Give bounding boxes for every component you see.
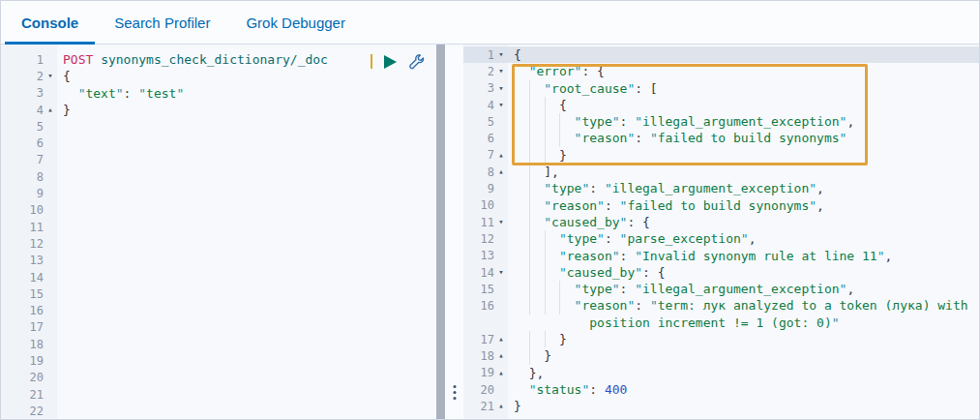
indent-guides: [529, 180, 545, 196]
splitter-handle-icon[interactable]: [453, 385, 456, 400]
play-icon[interactable]: [384, 55, 397, 69]
line-number: 22: [1, 405, 44, 418]
gutter-row: 5: [463, 113, 508, 130]
fold-toggle-icon[interactable]: ▾: [494, 97, 508, 113]
line-number: 5: [463, 115, 494, 129]
gutter-row: 8: [1, 168, 57, 185]
fold-toggle-icon[interactable]: ▴: [494, 347, 508, 364]
gutter-row: 17: [1, 319, 57, 336]
line-number: 13: [463, 249, 494, 262]
line-number: 12: [1, 237, 44, 251]
code-line: [63, 135, 436, 151]
indent-guides: [529, 197, 545, 214]
code-line: "reason": "Invalid synonym rule at line …: [514, 248, 979, 264]
gutter-row: 12: [1, 235, 57, 252]
code-line: "reason": "term: лук analyzed to a token…: [514, 297, 979, 314]
code-line: [63, 403, 436, 419]
gutter-row: 8▴: [463, 164, 508, 180]
gutter-row: 9: [1, 185, 57, 201]
gutter-row: 4▴: [1, 102, 57, 118]
fold-toggle-icon[interactable]: ▴: [494, 164, 508, 180]
code-line: "type": "parse_exception",: [514, 230, 979, 247]
fold-toggle-icon[interactable]: ▾: [494, 46, 508, 63]
code-line: {: [63, 68, 436, 84]
line-number: 18: [1, 338, 44, 351]
code-line: [63, 319, 436, 336]
code-line: {: [514, 97, 979, 113]
fold-toggle-icon[interactable]: ▴: [494, 365, 508, 381]
request-actions: [371, 53, 425, 70]
line-number: 8: [1, 170, 44, 184]
code-line: [63, 386, 436, 403]
code-line: [63, 370, 436, 386]
line-number: 10: [1, 203, 44, 217]
indent-guides: [529, 113, 575, 130]
line-number: 7: [1, 153, 44, 166]
gutter-row: 10: [463, 197, 508, 214]
code-line: }: [514, 331, 979, 347]
tab-grok-debugger[interactable]: Grok Debugger: [229, 1, 362, 44]
line-number: 18: [463, 349, 494, 363]
line-number: 21: [463, 400, 494, 413]
fold-toggle-icon[interactable]: ▴: [494, 398, 508, 414]
line-number: 9: [1, 187, 44, 200]
line-number: 8: [463, 165, 494, 179]
fold-toggle-icon[interactable]: ▾: [44, 68, 57, 84]
line-number: 13: [1, 254, 44, 267]
code-line: },: [514, 365, 979, 381]
tab-search-profiler-label: Search Profiler: [114, 15, 210, 31]
fold-toggle-icon[interactable]: ▾: [494, 80, 508, 97]
line-number: 21: [1, 388, 44, 402]
code-line: [63, 185, 436, 201]
fold-toggle-icon[interactable]: ▴: [494, 147, 508, 164]
response-editor[interactable]: 1▾2▾3▾4▾567▴8▴91011▾121314▾151617▴18▴19▴…: [463, 45, 979, 419]
indent-guides: [529, 147, 559, 164]
line-number: 3: [1, 86, 44, 100]
line-number: 1: [463, 48, 494, 62]
code-line: [63, 235, 436, 252]
gutter-row: 3: [1, 85, 57, 102]
request-editor-scrollbar[interactable]: [436, 45, 445, 419]
gutter-row: 6: [463, 130, 508, 146]
fold-toggle-icon[interactable]: ▴: [494, 331, 508, 347]
line-number: 3: [463, 81, 494, 95]
response-editor-code[interactable]: {"error": {"root_cause": [{"type": "ille…: [508, 45, 979, 419]
tab-console-label: Console: [21, 15, 78, 31]
gutter-row: 2▾: [1, 68, 57, 84]
text-cursor: [371, 54, 372, 69]
tab-console[interactable]: Console: [5, 1, 95, 44]
fold-toggle-icon[interactable]: ▾: [494, 214, 508, 230]
line-number: 19: [463, 366, 494, 379]
gutter-row: 10: [1, 202, 57, 219]
code-line: [63, 253, 436, 269]
tab-search-profiler[interactable]: Search Profiler: [98, 1, 226, 44]
line-number: 20: [463, 383, 494, 397]
fold-toggle-icon[interactable]: ▾: [494, 264, 508, 281]
line-number: 15: [463, 283, 494, 296]
console-app-window: Console Search Profiler Grok Debugger 12…: [0, 0, 980, 420]
line-number: 4: [463, 99, 494, 112]
line-number: 2: [463, 65, 494, 78]
indent-guides: [529, 80, 545, 97]
gutter-row: 15: [1, 285, 57, 302]
fold-toggle-icon[interactable]: ▾: [494, 63, 508, 79]
code-line: }: [514, 347, 979, 364]
panel-splitter[interactable]: [445, 45, 463, 419]
line-number: 16: [1, 304, 44, 317]
line-number: 17: [463, 333, 494, 346]
gutter-row: 18▴: [463, 347, 508, 364]
code-line: [63, 168, 436, 185]
code-line: [63, 302, 436, 318]
request-editor-code[interactable]: POST synonyms_check_dictionary/_doc{"tex…: [57, 45, 436, 419]
wrench-icon[interactable]: [408, 53, 425, 70]
gutter-row: 20: [463, 381, 508, 398]
gutter-row: 11: [1, 219, 57, 235]
code-line: "status": 400: [514, 381, 979, 398]
gutter-row: 9: [463, 180, 508, 196]
code-line: [63, 352, 436, 369]
gutter-row: 3▾: [463, 80, 508, 97]
fold-toggle-icon[interactable]: ▴: [44, 102, 57, 118]
gutter-row: 18: [1, 336, 57, 352]
request-editor[interactable]: 12▾34▴567891011121314151617181920212223 …: [1, 45, 436, 419]
line-number: 9: [463, 182, 494, 195]
